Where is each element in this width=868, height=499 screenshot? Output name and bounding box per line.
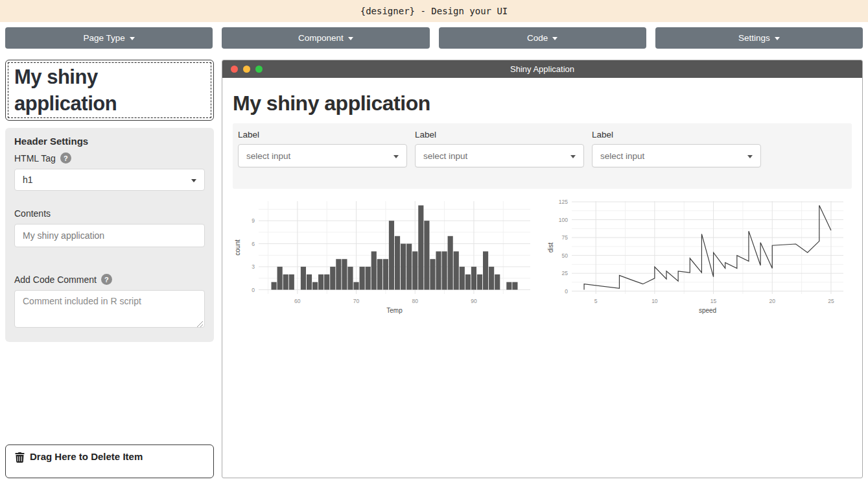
- select-input-column: Label select input: [415, 130, 592, 182]
- panel-title: Header Settings: [14, 136, 205, 147]
- chevron-down-icon: [130, 37, 135, 40]
- svg-text:25: 25: [828, 298, 834, 304]
- shiny-app-window: Shiny Application My shiny application L…: [222, 60, 863, 478]
- svg-text:10: 10: [651, 298, 658, 304]
- select-input-placeholder: select input: [246, 151, 290, 161]
- svg-text:70: 70: [353, 298, 360, 304]
- select-input-placeholder: select input: [423, 151, 467, 161]
- speed-dist-line-svg: 5101520250255075100125speeddist: [546, 195, 851, 316]
- select-input-dropdown[interactable]: select input: [592, 144, 761, 167]
- svg-text:15: 15: [710, 298, 717, 304]
- select-input-column: Label select input: [592, 130, 769, 182]
- main-content: My shiny application Header Settings HTM…: [0, 60, 868, 478]
- drag-selection-outline: My shiny application: [8, 62, 211, 118]
- contents-label-row: Contents: [14, 208, 205, 219]
- select-input-label: Label: [238, 130, 415, 140]
- svg-text:0: 0: [565, 288, 568, 295]
- help-icon[interactable]: ?: [101, 274, 112, 285]
- chevron-down-icon: [570, 155, 576, 158]
- trash-icon: [15, 452, 25, 463]
- svg-text:50: 50: [562, 252, 569, 259]
- chevron-down-icon: [552, 37, 557, 40]
- page-type-label: Page Type: [83, 33, 124, 43]
- app-title-bar: {designer} - Design your UI: [0, 0, 868, 22]
- window-title: Shiny Application: [222, 64, 862, 74]
- select-input-column: Label select input: [238, 130, 415, 182]
- select-input-dropdown[interactable]: select input: [238, 144, 407, 167]
- page-title: My shiny application: [233, 91, 852, 116]
- header-preview-text: My shiny application: [14, 64, 205, 117]
- code-label: Code: [527, 33, 548, 43]
- html-tag-select[interactable]: h1: [14, 169, 205, 191]
- chevron-down-icon: [747, 155, 753, 158]
- select-input-placeholder: select input: [600, 151, 644, 161]
- svg-text:75: 75: [562, 234, 569, 241]
- plots-row: 607080900369Tempcount 510152025025507510…: [233, 195, 852, 319]
- svg-text:125: 125: [559, 199, 568, 205]
- delete-drop-label: Drag Here to Delete Item: [30, 451, 143, 472]
- svg-text:80: 80: [412, 298, 419, 304]
- window-body: My shiny application Label select input …: [222, 78, 862, 478]
- code-comment-label-row: Add Code Comment ?: [14, 274, 205, 285]
- page-type-dropdown-button[interactable]: Page Type: [5, 27, 213, 49]
- component-label: Component: [298, 33, 344, 43]
- header-settings-panel: Header Settings HTML Tag ? h1 Contents A…: [5, 128, 214, 342]
- settings-label: Settings: [738, 33, 770, 43]
- svg-text:9: 9: [252, 217, 255, 224]
- select-input-label: Label: [592, 130, 769, 140]
- code-comment-label: Add Code Comment: [14, 274, 97, 285]
- chevron-down-icon: [775, 37, 780, 40]
- svg-text:Temp: Temp: [386, 307, 403, 314]
- html-tag-value: h1: [23, 175, 33, 185]
- svg-text:6: 6: [252, 241, 255, 247]
- html-tag-label: HTML Tag: [14, 153, 56, 164]
- app-title: {designer} - Design your UI: [360, 6, 508, 16]
- contents-label: Contents: [14, 208, 51, 219]
- svg-text:3: 3: [252, 263, 255, 270]
- help-icon[interactable]: ?: [60, 152, 71, 164]
- svg-text:dist: dist: [547, 242, 554, 252]
- svg-text:count: count: [234, 239, 241, 256]
- select-input-label: Label: [415, 130, 592, 140]
- chevron-down-icon: [393, 155, 399, 158]
- code-comment-wrapper: [14, 285, 205, 330]
- component-dropdown-button[interactable]: Component: [222, 27, 429, 49]
- sidebar: My shiny application Header Settings HTM…: [5, 60, 214, 478]
- temp-histogram-svg: 607080900369Tempcount: [233, 195, 538, 316]
- selected-header-item[interactable]: My shiny application: [5, 60, 214, 121]
- window-titlebar: Shiny Application: [222, 60, 862, 78]
- toolbar: Page Type Component Code Settings: [0, 22, 868, 49]
- delete-drop-zone[interactable]: Drag Here to Delete Item: [5, 444, 214, 478]
- svg-text:100: 100: [559, 217, 568, 223]
- temp-histogram-plot: 607080900369Tempcount: [233, 195, 538, 319]
- inputs-well-panel: Label select input Label select input: [233, 123, 852, 189]
- code-dropdown-button[interactable]: Code: [439, 27, 646, 49]
- chevron-down-icon: [191, 179, 196, 182]
- contents-input[interactable]: [14, 224, 205, 247]
- chevron-down-icon: [348, 37, 353, 40]
- svg-text:20: 20: [769, 298, 776, 304]
- code-comment-textarea[interactable]: [14, 290, 205, 328]
- speed-dist-line-plot: 5101520250255075100125speeddist: [546, 195, 851, 319]
- svg-text:speed: speed: [699, 307, 716, 314]
- svg-text:25: 25: [562, 270, 569, 276]
- svg-text:5: 5: [594, 298, 598, 304]
- html-tag-label-row: HTML Tag ?: [14, 152, 205, 164]
- svg-text:0: 0: [252, 287, 255, 293]
- settings-dropdown-button[interactable]: Settings: [655, 27, 863, 49]
- select-input-dropdown[interactable]: select input: [415, 144, 584, 167]
- svg-text:60: 60: [294, 298, 301, 304]
- svg-text:90: 90: [471, 298, 477, 304]
